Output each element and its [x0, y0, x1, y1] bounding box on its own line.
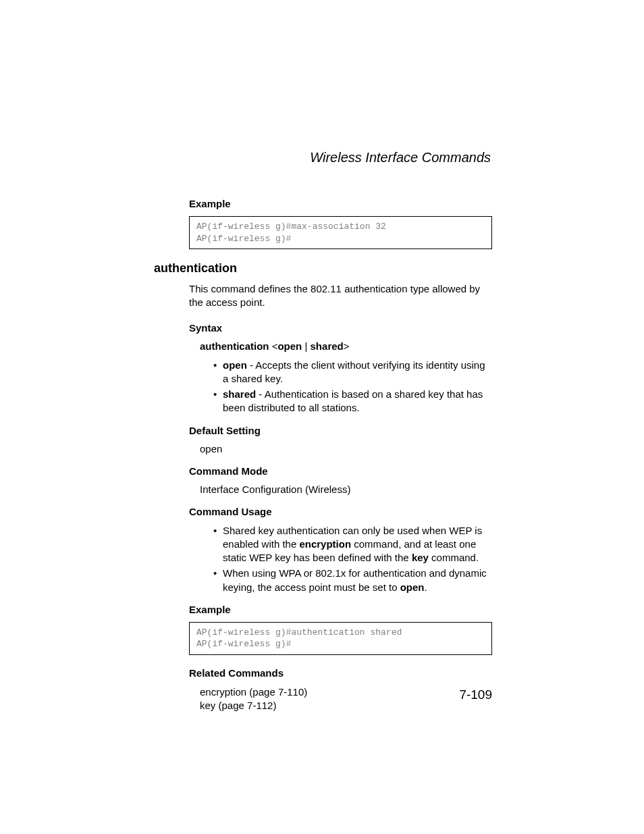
example2-code: AP(if-wireless g)#authentication shared …	[189, 622, 492, 655]
command-description: This command defines the 802.11 authenti…	[189, 282, 492, 310]
syntax-option-open: open - Accepts the client without verify…	[213, 359, 492, 386]
syntax-option-shared-desc: - Authentication is based on a shared ke…	[223, 388, 483, 413]
cu1-b: encryption	[299, 538, 351, 550]
related-line-1: encryption (page 7-110)	[200, 685, 492, 699]
page-number: 7-109	[459, 687, 492, 702]
example1-label: Example	[189, 198, 492, 209]
related-commands-list: encryption (page 7-110) key (page 7-112)	[200, 685, 492, 713]
page-header-title: Wireless Interface Commands	[154, 150, 491, 165]
syntax-gt: >	[344, 340, 350, 352]
default-setting-value: open	[200, 443, 492, 454]
syntax-options-list: open - Accepts the client without verify…	[213, 359, 492, 415]
command-usage-label: Command Usage	[189, 506, 492, 517]
command-mode-label: Command Mode	[189, 465, 492, 477]
syntax-option-open-label: open	[223, 359, 247, 371]
cu1-e: command.	[429, 552, 479, 563]
cu2-c: .	[424, 581, 427, 593]
example1-code: AP(if-wireless g)#max-association 32 AP(…	[189, 216, 492, 249]
cu2-a: When using WPA or 802.1x for authenticat…	[223, 567, 487, 592]
syntax-label: Syntax	[189, 322, 492, 334]
related-line-2: key (page 7-112)	[200, 699, 492, 712]
command-mode-value: Interface Configuration (Wireless)	[200, 484, 492, 495]
syntax-prefix: authentication	[200, 340, 269, 352]
default-setting-label: Default Setting	[189, 425, 492, 436]
syntax-sep: |	[302, 340, 310, 352]
syntax-line: authentication <open | shared>	[200, 340, 492, 352]
example2-label: Example	[189, 604, 492, 615]
command-usage-item-1: Shared key authentication can only be us…	[213, 524, 492, 565]
syntax-opt2: shared	[311, 340, 344, 352]
command-usage-list: Shared key authentication can only be us…	[213, 524, 492, 594]
syntax-option-shared: shared - Authentication is based on a sh…	[213, 388, 492, 415]
related-commands-label: Related Commands	[189, 667, 492, 679]
syntax-option-shared-label: shared	[223, 388, 256, 400]
syntax-opt1: open	[277, 340, 302, 352]
syntax-option-open-desc: - Accepts the client without verifying i…	[223, 359, 485, 384]
command-heading: authentication	[154, 261, 492, 276]
command-usage-item-2: When using WPA or 802.1x for authenticat…	[213, 567, 492, 594]
cu2-b: open	[400, 581, 425, 593]
cu1-d: key	[412, 552, 429, 563]
